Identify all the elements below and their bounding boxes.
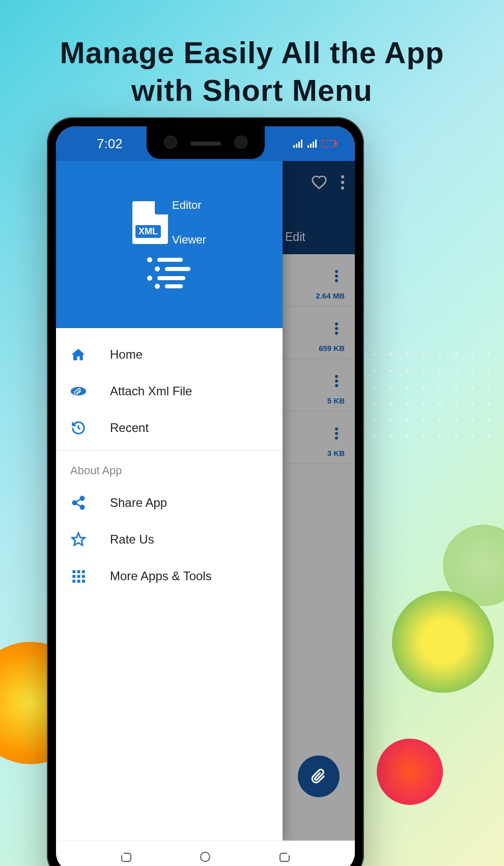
- app-logo: XML Editor Viewer: [132, 199, 206, 290]
- fab-attach-button[interactable]: [298, 755, 340, 797]
- bg-decor-dots: [367, 346, 504, 448]
- svg-rect-8: [322, 140, 335, 147]
- drawer-menu: Home Attach Xml File Recent: [56, 328, 283, 603]
- svg-rect-46: [72, 580, 75, 583]
- svg-rect-9: [335, 142, 337, 145]
- android-nav-bar: [56, 841, 355, 866]
- promo-title-line2: with Short Menu: [131, 74, 373, 107]
- share-icon: [70, 495, 87, 511]
- navigation-drawer: XML Editor Viewer: [56, 161, 283, 841]
- logo-badge: XML: [135, 225, 161, 238]
- logo-file-icon: XML: [132, 201, 168, 244]
- attach-icon: [70, 383, 87, 399]
- bg-decor-circle: [377, 739, 443, 805]
- bg-decor-circle: [392, 591, 494, 693]
- svg-rect-47: [77, 580, 80, 583]
- nav-recent-button[interactable]: [119, 849, 134, 864]
- svg-rect-30: [157, 276, 185, 280]
- svg-point-25: [147, 257, 152, 262]
- home-icon: [70, 346, 87, 363]
- logo-decor-icon: [145, 255, 193, 290]
- svg-line-38: [76, 504, 81, 506]
- signal-icon: [293, 140, 303, 148]
- svg-rect-7: [315, 140, 317, 148]
- svg-line-37: [76, 499, 81, 502]
- svg-rect-43: [72, 575, 75, 578]
- svg-rect-2: [298, 142, 300, 148]
- nav-back-button[interactable]: [277, 849, 292, 864]
- svg-rect-5: [310, 144, 312, 148]
- sidebar-item-label: Recent: [110, 421, 149, 435]
- svg-rect-26: [157, 258, 183, 262]
- sidebar-item-rate[interactable]: Rate Us: [56, 521, 283, 558]
- svg-point-49: [201, 852, 210, 861]
- sidebar-item-share[interactable]: Share App: [56, 484, 283, 521]
- svg-rect-6: [313, 142, 314, 148]
- signal-icon: [307, 140, 318, 148]
- svg-rect-1: [296, 144, 297, 148]
- sidebar-item-label: Attach Xml File: [110, 384, 192, 398]
- svg-point-27: [155, 266, 160, 272]
- phone-screen: 7:02 Edit: [56, 126, 355, 866]
- sidebar-item-label: Home: [110, 347, 143, 362]
- svg-rect-32: [165, 284, 183, 288]
- svg-rect-4: [307, 145, 309, 148]
- attach-icon: [311, 769, 326, 784]
- sidebar-item-label: More Apps & Tools: [110, 569, 212, 583]
- svg-rect-45: [82, 575, 85, 578]
- sidebar-item-home[interactable]: Home: [56, 336, 283, 373]
- nav-home-button[interactable]: [198, 849, 213, 864]
- svg-marker-39: [72, 533, 85, 546]
- sidebar-item-label: Share App: [110, 496, 167, 510]
- app-content: Edit 2.64 MB 659 KB 5 KB: [56, 161, 355, 841]
- svg-point-36: [80, 505, 85, 509]
- promo-title: Manage Easily All the App with Short Men…: [0, 35, 504, 110]
- drawer-section-title: About App: [56, 455, 283, 484]
- sidebar-item-more-apps[interactable]: More Apps & Tools: [56, 558, 283, 594]
- phone-notch: [147, 126, 265, 159]
- svg-rect-41: [77, 570, 80, 573]
- svg-rect-48: [82, 580, 85, 583]
- svg-rect-3: [301, 140, 302, 148]
- sidebar-item-recent[interactable]: Recent: [56, 410, 283, 446]
- svg-point-31: [155, 284, 160, 289]
- svg-point-35: [73, 501, 77, 505]
- svg-rect-40: [72, 570, 75, 573]
- phone-frame: 7:02 Edit: [47, 117, 364, 866]
- drawer-separator: [56, 450, 283, 451]
- sidebar-item-label: Rate Us: [110, 532, 154, 547]
- sidebar-item-attach[interactable]: Attach Xml File: [56, 373, 283, 410]
- recent-icon: [70, 420, 87, 436]
- drawer-header: XML Editor Viewer: [56, 161, 283, 328]
- star-icon: [70, 531, 87, 548]
- promo-title-line1: Manage Easily All the App: [60, 36, 444, 70]
- svg-rect-42: [82, 570, 85, 573]
- svg-point-29: [147, 276, 152, 281]
- svg-point-34: [80, 497, 85, 501]
- logo-label-editor: Editor: [172, 199, 206, 212]
- svg-rect-0: [293, 145, 295, 148]
- status-time: 7:02: [74, 136, 123, 152]
- svg-rect-44: [77, 575, 80, 578]
- logo-label-viewer: Viewer: [172, 233, 206, 247]
- grid-icon: [70, 568, 87, 584]
- status-icons: [293, 140, 337, 148]
- svg-rect-28: [165, 267, 190, 271]
- battery-icon: [322, 140, 337, 147]
